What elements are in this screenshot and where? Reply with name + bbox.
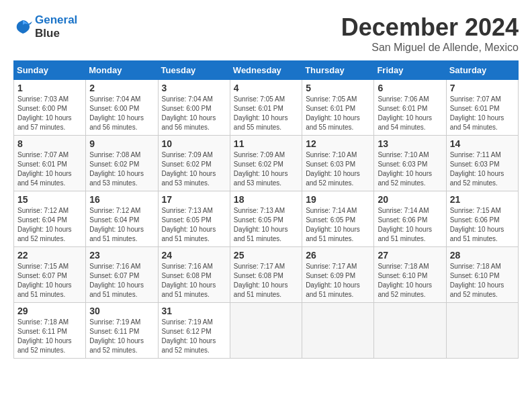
table-row: 3Sunrise: 7:04 AM Sunset: 6:00 PM Daylig…	[158, 80, 230, 136]
col-thursday: Thursday	[302, 61, 374, 80]
table-row: 13Sunrise: 7:10 AM Sunset: 6:03 PM Dayli…	[374, 136, 446, 191]
table-row: 4Sunrise: 7:05 AM Sunset: 6:01 PM Daylig…	[230, 80, 302, 136]
col-friday: Friday	[374, 61, 446, 80]
table-row: 19Sunrise: 7:14 AM Sunset: 6:05 PM Dayli…	[302, 191, 374, 247]
day-number: 5	[306, 83, 370, 93]
col-sunday: Sunday	[14, 61, 86, 80]
day-info: Sunrise: 7:16 AM Sunset: 6:07 PM Dayligh…	[89, 262, 154, 300]
table-row	[302, 303, 374, 359]
day-info: Sunrise: 7:13 AM Sunset: 6:05 PM Dayligh…	[234, 206, 298, 244]
month-title: December 2024	[341, 13, 519, 42]
day-number: 22	[17, 250, 82, 261]
day-info: Sunrise: 7:04 AM Sunset: 6:00 PM Dayligh…	[89, 95, 154, 132]
day-number: 6	[378, 83, 442, 93]
day-info: Sunrise: 7:10 AM Sunset: 6:03 PM Dayligh…	[378, 150, 442, 188]
day-info: Sunrise: 7:18 AM Sunset: 6:10 PM Dayligh…	[378, 262, 442, 300]
day-number: 14	[450, 138, 515, 149]
table-row: 31Sunrise: 7:19 AM Sunset: 6:12 PM Dayli…	[158, 303, 230, 359]
table-row: 12Sunrise: 7:10 AM Sunset: 6:03 PM Dayli…	[302, 136, 374, 191]
page-header: General Blue December 2024 San Miguel de…	[13, 13, 519, 54]
day-info: Sunrise: 7:18 AM Sunset: 6:11 PM Dayligh…	[17, 318, 82, 355]
table-row: 26Sunrise: 7:17 AM Sunset: 6:09 PM Dayli…	[302, 247, 374, 303]
table-row: 21Sunrise: 7:15 AM Sunset: 6:06 PM Dayli…	[446, 191, 518, 247]
day-info: Sunrise: 7:09 AM Sunset: 6:02 PM Dayligh…	[162, 150, 226, 188]
day-info: Sunrise: 7:19 AM Sunset: 6:11 PM Dayligh…	[89, 318, 154, 355]
table-row: 9Sunrise: 7:08 AM Sunset: 6:02 PM Daylig…	[86, 136, 158, 191]
calendar-week-row: 8Sunrise: 7:07 AM Sunset: 6:01 PM Daylig…	[14, 136, 519, 191]
calendar-week-row: 29Sunrise: 7:18 AM Sunset: 6:11 PM Dayli…	[14, 303, 519, 359]
table-row: 6Sunrise: 7:06 AM Sunset: 6:01 PM Daylig…	[374, 80, 446, 136]
day-number: 2	[89, 83, 154, 93]
logo-text: General Blue	[35, 13, 77, 40]
day-info: Sunrise: 7:18 AM Sunset: 6:10 PM Dayligh…	[450, 262, 515, 300]
table-row: 28Sunrise: 7:18 AM Sunset: 6:10 PM Dayli…	[446, 247, 518, 303]
day-info: Sunrise: 7:05 AM Sunset: 6:01 PM Dayligh…	[306, 95, 370, 132]
col-monday: Monday	[86, 61, 158, 80]
day-number: 16	[89, 194, 154, 205]
day-info: Sunrise: 7:12 AM Sunset: 6:04 PM Dayligh…	[89, 206, 154, 244]
calendar-week-row: 1Sunrise: 7:03 AM Sunset: 6:00 PM Daylig…	[14, 80, 519, 136]
table-row: 15Sunrise: 7:12 AM Sunset: 6:04 PM Dayli…	[14, 191, 86, 247]
day-number: 29	[17, 306, 82, 316]
table-row: 27Sunrise: 7:18 AM Sunset: 6:10 PM Dayli…	[374, 247, 446, 303]
day-info: Sunrise: 7:13 AM Sunset: 6:05 PM Dayligh…	[162, 206, 226, 244]
table-row	[446, 303, 518, 359]
day-number: 30	[89, 306, 154, 316]
table-row: 29Sunrise: 7:18 AM Sunset: 6:11 PM Dayli…	[14, 303, 86, 359]
day-number: 12	[306, 138, 370, 149]
table-row: 5Sunrise: 7:05 AM Sunset: 6:01 PM Daylig…	[302, 80, 374, 136]
day-info: Sunrise: 7:07 AM Sunset: 6:01 PM Dayligh…	[450, 95, 515, 132]
calendar-week-row: 22Sunrise: 7:15 AM Sunset: 6:07 PM Dayli…	[14, 247, 519, 303]
table-row: 7Sunrise: 7:07 AM Sunset: 6:01 PM Daylig…	[446, 80, 518, 136]
day-info: Sunrise: 7:14 AM Sunset: 6:06 PM Dayligh…	[378, 206, 442, 244]
table-row: 14Sunrise: 7:11 AM Sunset: 6:03 PM Dayli…	[446, 136, 518, 191]
table-row	[374, 303, 446, 359]
day-info: Sunrise: 7:15 AM Sunset: 6:07 PM Dayligh…	[17, 262, 82, 300]
location-subtitle: San Miguel de Allende, Mexico	[341, 42, 519, 54]
day-info: Sunrise: 7:07 AM Sunset: 6:01 PM Dayligh…	[17, 150, 82, 188]
table-row: 16Sunrise: 7:12 AM Sunset: 6:04 PM Dayli…	[86, 191, 158, 247]
day-number: 26	[306, 250, 370, 261]
day-info: Sunrise: 7:06 AM Sunset: 6:01 PM Dayligh…	[378, 95, 442, 132]
col-wednesday: Wednesday	[230, 61, 302, 80]
table-row: 1Sunrise: 7:03 AM Sunset: 6:00 PM Daylig…	[14, 80, 86, 136]
table-row: 20Sunrise: 7:14 AM Sunset: 6:06 PM Dayli…	[374, 191, 446, 247]
logo: General Blue	[13, 13, 77, 40]
day-number: 20	[378, 194, 442, 205]
day-number: 21	[450, 194, 515, 205]
day-number: 7	[450, 83, 515, 93]
table-row: 11Sunrise: 7:09 AM Sunset: 6:02 PM Dayli…	[230, 136, 302, 191]
day-number: 10	[162, 138, 226, 149]
day-number: 4	[234, 83, 298, 93]
day-number: 8	[17, 138, 82, 149]
day-number: 25	[234, 250, 298, 261]
day-number: 24	[162, 250, 226, 261]
day-info: Sunrise: 7:12 AM Sunset: 6:04 PM Dayligh…	[17, 206, 82, 244]
calendar-table: Sunday Monday Tuesday Wednesday Thursday…	[13, 60, 519, 359]
day-number: 27	[378, 250, 442, 261]
day-info: Sunrise: 7:09 AM Sunset: 6:02 PM Dayligh…	[234, 150, 298, 188]
day-number: 31	[162, 306, 226, 316]
day-info: Sunrise: 7:15 AM Sunset: 6:06 PM Dayligh…	[450, 206, 515, 244]
day-number: 3	[162, 83, 226, 93]
table-row: 10Sunrise: 7:09 AM Sunset: 6:02 PM Dayli…	[158, 136, 230, 191]
day-number: 1	[17, 83, 82, 93]
table-row: 8Sunrise: 7:07 AM Sunset: 6:01 PM Daylig…	[14, 136, 86, 191]
day-info: Sunrise: 7:10 AM Sunset: 6:03 PM Dayligh…	[306, 150, 370, 188]
day-info: Sunrise: 7:17 AM Sunset: 6:08 PM Dayligh…	[234, 262, 298, 300]
logo-icon	[13, 17, 32, 36]
day-info: Sunrise: 7:05 AM Sunset: 6:01 PM Dayligh…	[234, 95, 298, 132]
day-number: 28	[450, 250, 515, 261]
table-row: 17Sunrise: 7:13 AM Sunset: 6:05 PM Dayli…	[158, 191, 230, 247]
table-row: 23Sunrise: 7:16 AM Sunset: 6:07 PM Dayli…	[86, 247, 158, 303]
title-area: December 2024 San Miguel de Allende, Mex…	[341, 13, 519, 54]
day-info: Sunrise: 7:17 AM Sunset: 6:09 PM Dayligh…	[306, 262, 370, 300]
calendar-header-row: Sunday Monday Tuesday Wednesday Thursday…	[14, 61, 519, 80]
table-row: 2Sunrise: 7:04 AM Sunset: 6:00 PM Daylig…	[86, 80, 158, 136]
day-number: 13	[378, 138, 442, 149]
day-number: 23	[89, 250, 154, 261]
day-number: 9	[89, 138, 154, 149]
day-info: Sunrise: 7:14 AM Sunset: 6:05 PM Dayligh…	[306, 206, 370, 244]
table-row: 24Sunrise: 7:16 AM Sunset: 6:08 PM Dayli…	[158, 247, 230, 303]
table-row: 30Sunrise: 7:19 AM Sunset: 6:11 PM Dayli…	[86, 303, 158, 359]
